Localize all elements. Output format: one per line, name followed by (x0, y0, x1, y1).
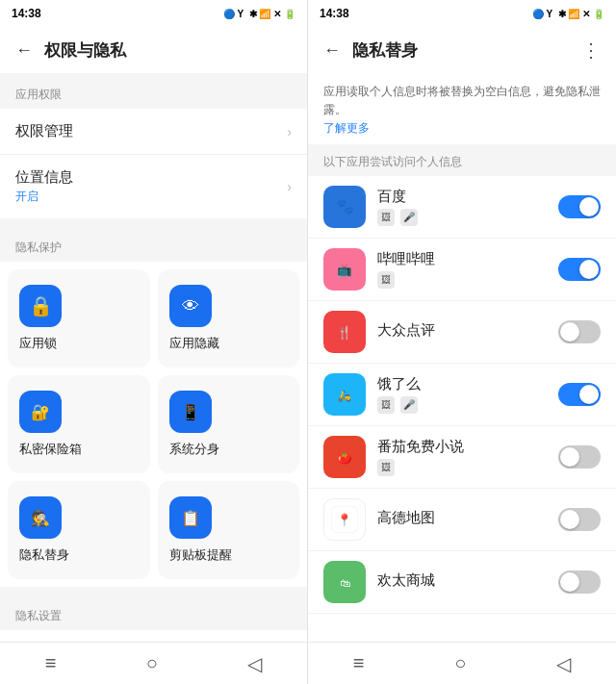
list-item-device-id[interactable]: 设备标识与广告 › (0, 630, 307, 642)
gaode-toggle-knob (560, 510, 579, 529)
location-sub: 开启 (15, 189, 73, 205)
list-item-perm-mgmt[interactable]: 权限管理 › (0, 109, 307, 155)
eleme-toggle[interactable] (558, 383, 601, 406)
safe-icon: 🔐 (19, 391, 62, 433)
clipboard-label: 剪贴板提醒 (169, 546, 232, 564)
left-content: 应用权限 权限管理 › 位置信息 开启 › 隐私保护 🔒 应用锁 👁 (0, 73, 307, 642)
left-time: 14:38 (12, 7, 41, 20)
svg-text:📍: 📍 (337, 512, 352, 527)
baidu-perm-photo: 🖼 (377, 209, 395, 226)
right-bottom-nav: ≡ ○ ◁ (308, 642, 616, 684)
baidu-perms: 🖼 🎤 (377, 209, 547, 226)
desc-text: 应用读取个人信息时将被替换为空白信息，避免隐私泄露。 (323, 85, 601, 116)
left-panel-title: 权限与隐私 (44, 39, 126, 62)
app-item-eleme: 🛵 饿了么 🖼 🎤 (308, 364, 616, 426)
right-nav-menu[interactable]: ≡ (353, 652, 365, 674)
right-status-icons: 🔵 Y ✱ 📶 ✕ 🔋 (532, 9, 604, 19)
baidu-name: 百度 (377, 188, 547, 206)
section-privacy-protect: 隐私保护 (0, 226, 307, 262)
grid-app-hide[interactable]: 👁 应用隐藏 (158, 269, 300, 367)
dianping-icon: 🍴 (323, 311, 366, 353)
left-nav-home[interactable]: ○ (146, 652, 158, 674)
app-item-baidu: 🐾 百度 🖼 🎤 (308, 176, 616, 239)
eleme-name: 饿了么 (377, 375, 547, 393)
app-hide-icon: 👁 (169, 285, 212, 327)
right-nav-home[interactable]: ○ (454, 652, 466, 674)
dianping-info: 大众点评 (377, 321, 547, 342)
left-status-icons: 🔵 Y ✱ 📶 ✕ 🔋 (223, 9, 295, 19)
clone-label: 系统分身 (169, 441, 219, 458)
right-more-button[interactable]: ⋮ (581, 38, 601, 62)
svg-text:🐾: 🐾 (336, 196, 355, 215)
baidu-info: 百度 🖼 🎤 (377, 188, 547, 226)
app-hide-label: 应用隐藏 (169, 335, 219, 352)
privacy-sub-icon: 🕵 (19, 496, 62, 539)
bilibili-icon: 📺 (323, 248, 366, 291)
left-signal-icons: 🔵 Y ✱ 📶 ✕ 🔋 (223, 9, 295, 19)
right-header: ← 隐私替身 ⋮ (308, 27, 616, 73)
app-item-bilibili: 📺 哔哩哔哩 🖼 (308, 239, 616, 301)
eleme-perms: 🖼 🎤 (377, 396, 547, 414)
grid-clipboard[interactable]: 📋 剪贴板提醒 (158, 481, 300, 579)
right-nav-back[interactable]: ◁ (556, 652, 571, 675)
left-nav-menu[interactable]: ≡ (45, 652, 57, 674)
app-lock-label: 应用锁 (19, 335, 57, 352)
right-signal-icons: 🔵 Y ✱ 📶 ✕ 🔋 (532, 9, 604, 19)
section-privacy-settings: 隐私设置 (0, 595, 307, 630)
baidu-toggle[interactable] (558, 195, 601, 218)
grid-safe[interactable]: 🔐 私密保险箱 (8, 375, 150, 473)
left-panel: 14:38 🔵 Y ✱ 📶 ✕ 🔋 ← 权限与隐私 应用权限 权限管理 › 位置… (0, 0, 308, 684)
app-list: 🐾 百度 🖼 🎤 📺 哔哩 (308, 176, 616, 642)
bilibili-toggle[interactable] (558, 258, 601, 281)
bilibili-toggle-knob (579, 260, 599, 279)
grid-privacy-sub[interactable]: 🕵 隐私替身 (8, 481, 150, 579)
fanqie-perms: 🖼 (377, 459, 547, 476)
fanqie-toggle[interactable] (558, 445, 601, 469)
right-time: 14:38 (320, 7, 349, 20)
privacy-sub-label: 隐私替身 (19, 546, 69, 564)
bilibili-perms: 🖼 (377, 271, 547, 289)
dianping-toggle-knob (560, 322, 579, 342)
bilibili-info: 哔哩哔哩 🖼 (377, 250, 547, 289)
right-status-bar: 14:38 🔵 Y ✱ 📶 ✕ 🔋 (308, 0, 616, 27)
right-panel-title: 隐私替身 (352, 39, 418, 62)
fanqie-name: 番茄免费小说 (377, 438, 547, 456)
perm-mgmt-chevron: › (287, 124, 292, 139)
fanqie-info: 番茄免费小说 🖼 (377, 438, 547, 476)
left-back-button[interactable]: ← (15, 40, 33, 61)
svg-text:🍅: 🍅 (337, 449, 352, 465)
gaode-info: 高德地图 (377, 509, 547, 530)
svg-text:🍴: 🍴 (337, 324, 352, 340)
dianping-toggle[interactable] (558, 320, 601, 343)
left-header: ← 权限与隐私 (0, 27, 307, 73)
fanqie-perm-photo: 🖼 (377, 459, 395, 476)
eleme-perm-photo: 🖼 (377, 396, 395, 414)
list-item-location[interactable]: 位置信息 开启 › (0, 155, 307, 218)
left-bottom-nav: ≡ ○ ◁ (0, 642, 307, 684)
baidu-toggle-knob (579, 197, 599, 216)
eleme-info: 饿了么 🖼 🎤 (377, 375, 547, 414)
svg-text:📺: 📺 (337, 262, 352, 277)
eleme-toggle-knob (579, 385, 599, 404)
svg-text:🛵: 🛵 (338, 388, 351, 401)
outa-info: 欢太商城 (377, 571, 547, 593)
bilibili-name: 哔哩哔哩 (377, 250, 547, 268)
desc-link[interactable]: 了解更多 (323, 121, 370, 135)
outa-toggle-knob (560, 572, 579, 592)
fanqie-toggle-knob (560, 447, 579, 467)
svg-text:🛍: 🛍 (340, 576, 350, 588)
left-status-bar: 14:38 🔵 Y ✱ 📶 ✕ 🔋 (0, 0, 307, 27)
right-header-left: ← 隐私替身 (323, 39, 418, 62)
outa-toggle[interactable] (558, 570, 601, 594)
grid-clone[interactable]: 📱 系统分身 (158, 375, 300, 473)
gaode-toggle[interactable] (558, 508, 601, 531)
right-back-button[interactable]: ← (323, 40, 341, 61)
left-nav-back[interactable]: ◁ (247, 652, 262, 675)
app-item-gaode: 📍 高德地图 (308, 489, 616, 551)
outa-name: 欢太商城 (377, 571, 547, 590)
dianping-name: 大众点评 (377, 321, 547, 340)
app-item-outa: 🛍 欢太商城 (308, 551, 616, 614)
grid-app-lock[interactable]: 🔒 应用锁 (8, 269, 150, 367)
clipboard-icon: 📋 (169, 496, 212, 539)
section-app-perm: 应用权限 (0, 73, 307, 109)
